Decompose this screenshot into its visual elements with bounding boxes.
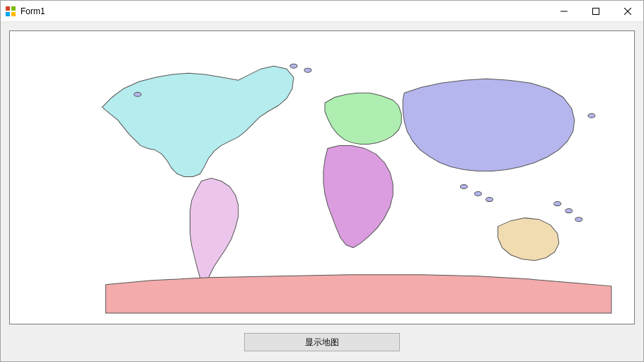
continent-africa (323, 145, 393, 247)
client-area: 显示地图 (1, 22, 643, 361)
svg-point-14 (486, 198, 493, 202)
svg-point-10 (304, 68, 311, 72)
close-button[interactable] (611, 1, 643, 21)
svg-point-16 (565, 209, 573, 213)
button-row: 显示地图 (9, 332, 635, 353)
show-map-button-label: 显示地图 (305, 336, 339, 349)
continent-asia (403, 79, 575, 171)
show-map-button[interactable]: 显示地图 (244, 333, 400, 351)
svg-rect-5 (592, 8, 599, 14)
maximize-button[interactable] (580, 1, 611, 21)
svg-rect-0 (6, 6, 10, 11)
titlebar: Form1 (1, 1, 643, 22)
minimize-button[interactable] (548, 1, 580, 21)
continent-europe (325, 93, 401, 144)
svg-point-9 (290, 64, 297, 68)
window-title: Form1 (21, 6, 548, 16)
svg-rect-2 (6, 12, 10, 16)
app-window: Form1 显示地图 (0, 0, 644, 362)
svg-point-8 (134, 92, 141, 96)
continent-north-america (102, 66, 294, 176)
continent-oceania (498, 218, 559, 261)
window-controls (548, 1, 643, 21)
continent-south-america (190, 179, 238, 288)
continent-antarctica (105, 275, 611, 313)
svg-point-15 (554, 202, 561, 206)
svg-point-12 (460, 185, 467, 189)
svg-point-17 (575, 217, 582, 222)
svg-line-6 (624, 8, 631, 15)
svg-line-7 (624, 8, 631, 15)
svg-point-11 (588, 113, 595, 118)
svg-rect-1 (11, 6, 16, 11)
app-icon (5, 6, 16, 17)
world-map (10, 31, 634, 324)
svg-rect-3 (11, 12, 16, 16)
svg-point-13 (474, 192, 481, 196)
map-panel (9, 30, 635, 324)
